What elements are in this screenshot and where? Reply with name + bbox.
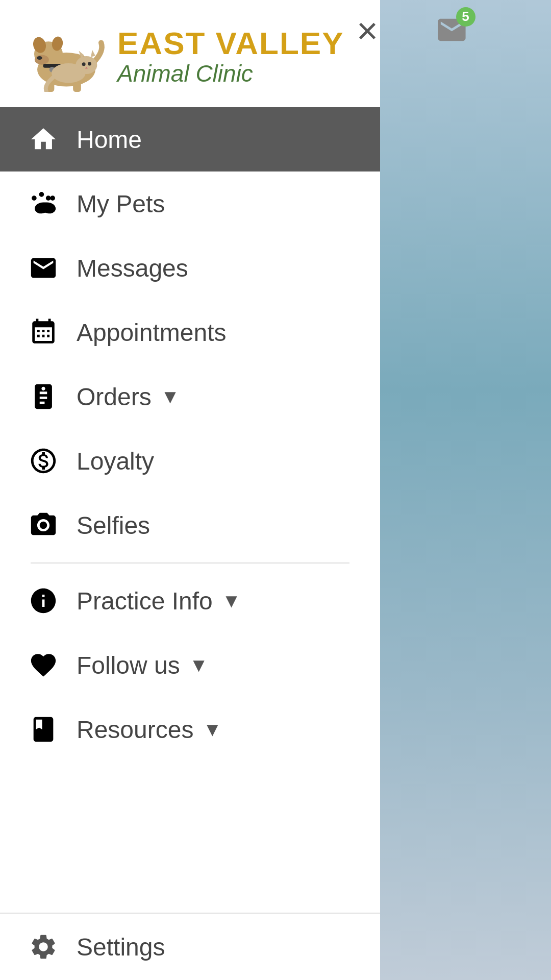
svg-rect-9 [73, 82, 81, 92]
nav-item-selfies[interactable]: Selfies [0, 493, 380, 557]
logo-name-line2: Animal Clinic [117, 61, 344, 87]
nav-label-practice-info: Practice Info [77, 587, 213, 615]
resources-chevron-icon: ▼ [203, 719, 222, 741]
nav-label-loyalty: Loyalty [77, 447, 154, 475]
paw-icon [26, 186, 61, 222]
nav-item-appointments[interactable]: Appointments [0, 300, 380, 364]
svg-marker-13 [91, 50, 95, 57]
prescription-icon [26, 379, 61, 414]
close-icon: × [357, 12, 378, 49]
loyalty-icon [26, 443, 61, 479]
nav-item-practice-info[interactable]: Practice Info ▼ [0, 569, 380, 633]
mail-icon [26, 250, 61, 286]
nav-list: Home My Pets Messages A [0, 107, 380, 913]
logo-animal-icon [20, 20, 112, 92]
camera-icon [26, 507, 61, 543]
orders-chevron-icon: ▼ [161, 386, 180, 408]
svg-point-11 [76, 56, 97, 74]
follow-us-chevron-icon: ▼ [189, 654, 209, 676]
settings-bar[interactable]: Settings [0, 913, 380, 980]
nav-label-selfies: Selfies [77, 511, 150, 540]
nav-item-resources[interactable]: Resources ▼ [0, 697, 380, 762]
practice-info-chevron-icon: ▼ [222, 590, 241, 612]
heart-icon [26, 647, 61, 683]
nav-label-resources: Resources [77, 716, 193, 744]
close-button[interactable]: × [347, 10, 388, 51]
messages-badge: 5 [456, 7, 475, 27]
navigation-drawer: EAST VALLEY Animal Clinic Home My Pets [0, 0, 380, 980]
svg-point-2 [35, 55, 49, 64]
messages-icon-wrap: 5 [435, 13, 468, 48]
logo-name-line1: EAST VALLEY [117, 26, 344, 61]
nav-label-messages: Messages [77, 254, 188, 282]
nav-divider [31, 562, 349, 564]
book-icon [26, 712, 61, 747]
nav-label-home: Home [77, 126, 142, 154]
svg-point-3 [37, 56, 42, 60]
nav-label-my-pets: My Pets [77, 190, 165, 218]
nav-item-messages[interactable]: Messages [0, 236, 380, 300]
messages-header-button[interactable]: 5 [429, 8, 474, 54]
svg-point-14 [82, 62, 86, 66]
screen: × 5 [0, 0, 551, 980]
nav-item-orders[interactable]: Orders ▼ [0, 364, 380, 429]
nav-label-appointments: Appointments [77, 318, 227, 347]
calendar-icon [26, 314, 61, 350]
logo-text: EAST VALLEY Animal Clinic [117, 26, 344, 87]
nav-item-follow-us[interactable]: Follow us ▼ [0, 633, 380, 697]
info-icon [26, 583, 61, 619]
nav-label-orders: Orders [77, 383, 152, 411]
logo-area: EAST VALLEY Animal Clinic [0, 0, 380, 107]
nav-label-follow-us: Follow us [77, 651, 180, 679]
svg-point-15 [88, 62, 91, 65]
gear-icon [26, 929, 61, 965]
home-icon [26, 121, 61, 157]
nav-item-loyalty[interactable]: Loyalty [0, 429, 380, 493]
nav-item-home[interactable]: Home [0, 107, 380, 172]
settings-label: Settings [77, 933, 165, 961]
nav-item-my-pets[interactable]: My Pets [0, 172, 380, 236]
